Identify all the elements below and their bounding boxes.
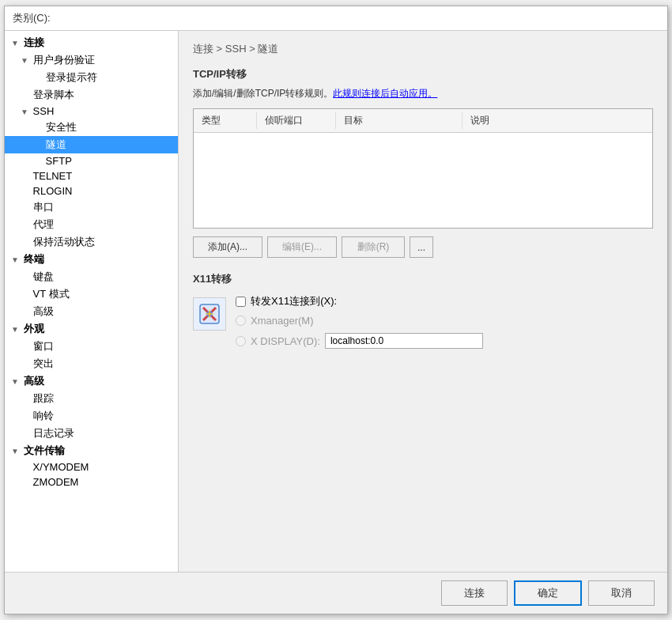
tree-item-security[interactable]: 安全性 — [5, 119, 178, 136]
tree-item-zmodem[interactable]: ZMODEM — [5, 474, 178, 490]
x11-forward-label: 转发X11连接到(X): — [251, 294, 337, 308]
dialog-body: ▼ 连接▼ 用户身份验证 登录提示符 登录脚本▼ SSH 安全性 隧道 SFTP… — [5, 31, 667, 572]
tree-item-file-transfer[interactable]: ▼ 文件传输 — [5, 442, 178, 459]
tree-item-ssh[interactable]: ▼ SSH — [5, 104, 178, 119]
tcp-desc: 添加/编辑/删除TCP/IP转移规则。此规则连接后自动应用。 — [193, 86, 653, 100]
tree-item-rlogin[interactable]: RLOGIN — [5, 183, 178, 198]
tree-item-keepalive[interactable]: 保持活动状态 — [5, 233, 178, 251]
left-panel: ▼ 连接▼ 用户身份验证 登录提示符 登录脚本▼ SSH 安全性 隧道 SFTP… — [5, 31, 179, 572]
tree-item-trace[interactable]: 跟踪 — [5, 390, 178, 407]
x11-radio-xmanager-row: Xmanager(M) — [236, 315, 483, 327]
tree-item-bell[interactable]: 响铃 — [5, 407, 178, 425]
x11-icon — [193, 297, 226, 331]
table-header: 类型侦听端口目标说明 — [194, 109, 652, 133]
tree-label-serial: 串口 — [30, 201, 54, 213]
tree-label-highlight: 突出 — [30, 357, 54, 369]
x11-display-radio[interactable] — [236, 336, 246, 346]
ok-button[interactable]: 确定 — [514, 580, 582, 606]
main-dialog: 类别(C): ▼ 连接▼ 用户身份验证 登录提示符 登录脚本▼ SSH 安全性 … — [4, 6, 668, 614]
tcp-button-row: 添加(A)... 编辑(E)... 删除(R) ... — [193, 236, 653, 258]
tree-item-highlight[interactable]: 突出 — [5, 355, 178, 372]
x11-title: X11转移 — [193, 272, 653, 286]
tree-label-advanced2: 高级 — [21, 375, 44, 387]
tree-toggle-user-auth: ▼ — [21, 56, 30, 65]
table-col-3: 说明 — [462, 112, 652, 129]
table-col-0: 类型 — [194, 112, 257, 129]
table-col-1: 侦听端口 — [257, 112, 336, 129]
tree-label-keyboard: 键盘 — [30, 270, 54, 282]
x11-xmanager-label: Xmanager(M) — [251, 315, 313, 327]
x11-icon-svg — [197, 301, 222, 327]
tree-item-telnet[interactable]: TELNET — [5, 168, 178, 183]
tree-label-keepalive: 保持活动状态 — [30, 236, 95, 248]
tree-label-terminal: 终端 — [21, 253, 44, 265]
tcp-table: 类型侦听端口目标说明 — [193, 108, 653, 229]
edit-button[interactable]: 编辑(E)... — [267, 236, 337, 258]
tree-toggle-ssh: ▼ — [21, 108, 30, 116]
tree-label-sftp: SFTP — [43, 155, 72, 167]
tree-label-login-script: 登录脚本 — [30, 89, 74, 100]
x11-display-label: X DISPLAY(D): — [251, 335, 320, 347]
tree-label-file-transfer: 文件传输 — [21, 444, 65, 456]
add-button[interactable]: 添加(A)... — [193, 236, 262, 258]
tree-item-advanced[interactable]: 高级 — [5, 303, 178, 320]
tree-label-xymodem: X/YMODEM — [30, 461, 89, 473]
cancel-button[interactable]: 取消 — [588, 580, 655, 606]
tree-item-advanced2[interactable]: ▼ 高级 — [5, 372, 178, 390]
tree-label-security: 安全性 — [43, 121, 77, 133]
tree-label-bell: 响铃 — [30, 410, 54, 422]
tree-label-logging: 日志记录 — [30, 427, 74, 439]
tree-toggle-terminal: ▼ — [11, 255, 21, 264]
breadcrumb: 连接 > SSH > 隧道 — [193, 42, 653, 56]
more-button[interactable]: ... — [410, 236, 433, 258]
dialog-title-bar: 类别(C): — [5, 6, 667, 31]
tree-item-serial[interactable]: 串口 — [5, 198, 178, 216]
tree-toggle-connection: ▼ — [11, 39, 21, 47]
tree-label-trace: 跟踪 — [30, 392, 54, 404]
tree-item-window[interactable]: 窗口 — [5, 338, 178, 355]
table-body — [194, 133, 652, 228]
tree-item-vt-mode[interactable]: VT 模式 — [5, 285, 178, 303]
tree-item-logging[interactable]: 日志记录 — [5, 425, 178, 442]
tree-item-connection[interactable]: ▼ 连接 — [5, 34, 178, 51]
tree-label-tunnel: 隧道 — [43, 138, 66, 150]
category-label: 类别(C): — [13, 11, 51, 25]
tree-item-proxy[interactable]: 代理 — [5, 216, 178, 233]
x11-radio-display-row: X DISPLAY(D): — [236, 333, 483, 349]
tcp-desc-link: 此规则连接后自动应用。 — [333, 88, 437, 99]
tree-item-keyboard[interactable]: 键盘 — [5, 268, 178, 285]
tree-item-terminal[interactable]: ▼ 终端 — [5, 251, 178, 268]
tree-item-xymodem[interactable]: X/YMODEM — [5, 459, 178, 474]
tree-item-sftp[interactable]: SFTP — [5, 153, 178, 168]
tree-label-connection: 连接 — [21, 36, 44, 48]
x11-section: X11转移 — [193, 272, 653, 349]
dialog-footer: 连接 确定 取消 — [5, 572, 667, 614]
tree-label-login-prompt: 登录提示符 — [43, 71, 97, 83]
x11-options: 转发X11连接到(X): Xmanager(M) X DISPLAY(D): — [236, 294, 483, 349]
tree-label-zmodem: ZMODEM — [30, 476, 78, 488]
x11-checkbox-row: 转发X11连接到(X): — [236, 294, 483, 308]
tree-item-login-prompt[interactable]: 登录提示符 — [5, 69, 178, 86]
tree-toggle-appearance: ▼ — [11, 325, 21, 334]
tree-item-login-script[interactable]: 登录脚本 — [5, 86, 178, 104]
tree-item-tunnel[interactable]: 隧道 — [5, 136, 178, 153]
x11-forward-checkbox[interactable] — [236, 297, 246, 307]
delete-button[interactable]: 删除(R) — [342, 236, 405, 258]
tcp-title: TCP/IP转移 — [193, 67, 653, 81]
tree-item-appearance[interactable]: ▼ 外观 — [5, 320, 178, 338]
x11-display-input[interactable] — [325, 333, 483, 349]
connect-button[interactable]: 连接 — [441, 580, 508, 606]
tree-label-ssh: SSH — [30, 105, 54, 117]
tree-label-rlogin: RLOGIN — [30, 185, 72, 197]
tcp-section: TCP/IP转移 添加/编辑/删除TCP/IP转移规则。此规则连接后自动应用。 … — [193, 67, 653, 258]
x11-box: 转发X11连接到(X): Xmanager(M) X DISPLAY(D): — [193, 294, 653, 349]
tree-label-telnet: TELNET — [30, 170, 72, 182]
x11-xmanager-radio[interactable] — [236, 316, 246, 326]
right-panel: 连接 > SSH > 隧道 TCP/IP转移 添加/编辑/删除TCP/IP转移规… — [179, 31, 667, 572]
table-col-2: 目标 — [336, 112, 462, 129]
tree-item-user-auth[interactable]: ▼ 用户身份验证 — [5, 51, 178, 69]
tree-label-window: 窗口 — [30, 340, 54, 352]
tree-toggle-advanced2: ▼ — [11, 377, 21, 386]
tree-label-vt-mode: VT 模式 — [30, 288, 70, 300]
tree-label-proxy: 代理 — [30, 218, 54, 230]
